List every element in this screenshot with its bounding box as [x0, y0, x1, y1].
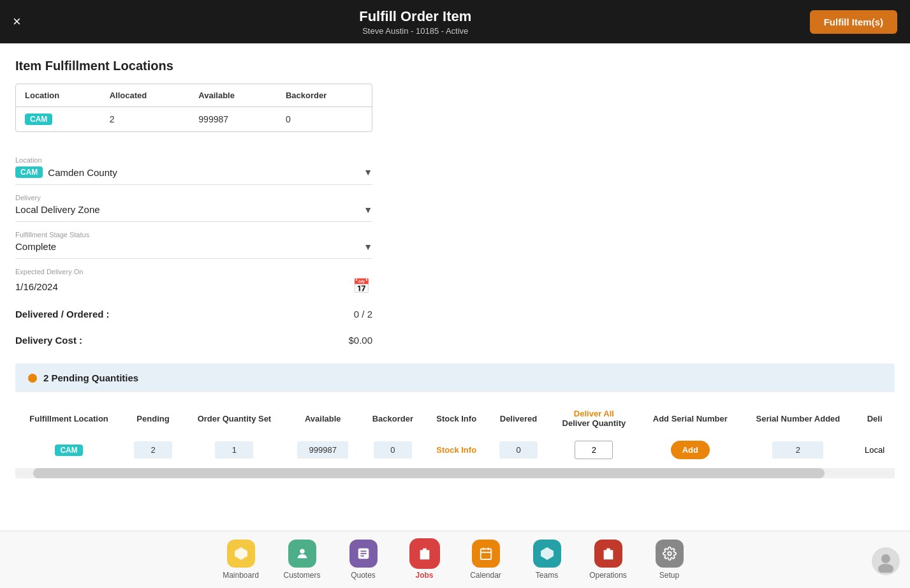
th-serial-added: Serial Number Added — [742, 402, 855, 434]
row-delivered-input[interactable] — [499, 441, 538, 459]
col-available: Available — [189, 84, 277, 107]
quotes-icon — [349, 540, 378, 568]
location-value: CAM Camden County — [15, 166, 117, 178]
nav-label-calendar: Calendar — [470, 571, 501, 580]
table-row: CAM 2 999987 0 — [16, 107, 372, 132]
nav-label-mainboard: Mainboard — [223, 571, 259, 580]
th-available: Available — [285, 402, 361, 434]
svg-point-12 — [881, 554, 890, 563]
nav-item-jobs[interactable]: Jobs — [406, 540, 444, 580]
pending-quantities-banner: 2 Pending Quantities — [15, 364, 895, 392]
fulfill-items-button[interactable]: Fulfill Item(s) — [810, 10, 897, 34]
table-row: CAM Stock Info — [15, 434, 895, 466]
nav-label-setup: Setup — [659, 571, 679, 580]
row-order-qty-set — [184, 434, 285, 466]
location-text: Camden County — [48, 167, 117, 178]
delivery-chevron-icon: ▼ — [363, 205, 372, 215]
table-cell-allocated: 2 — [101, 107, 190, 132]
location-chevron-icon: ▼ — [363, 167, 372, 177]
main-content: Item Fulfillment Locations Location Allo… — [0, 43, 910, 531]
delivered-ordered-row: Delivered / Ordered : 0 / 2 — [15, 301, 372, 327]
row-deliver-qty[interactable] — [549, 434, 639, 466]
fulfillment-stage-label: Fulfillment Stage Status — [15, 231, 372, 239]
calendar-nav-icon — [472, 540, 500, 568]
row-available — [285, 434, 361, 466]
th-deli: Deli — [855, 402, 895, 434]
row-serial-added — [742, 434, 855, 466]
fulfillment-stage-value: Complete — [15, 241, 56, 252]
expected-delivery-value: 1/16/2024 — [15, 281, 58, 292]
calendar-icon[interactable]: 📅 — [353, 278, 370, 295]
nav-label-operations: Operations — [589, 571, 627, 580]
location-badge: CAM — [25, 114, 52, 125]
location-field[interactable]: Location CAM Camden County ▼ — [15, 147, 372, 185]
row-serial-added-input[interactable] — [772, 441, 823, 459]
operations-icon — [594, 540, 622, 568]
pending-dot-icon — [28, 374, 37, 383]
expected-delivery-label: Expected Delivery On — [15, 268, 372, 276]
delivery-cost-row: Delivery Cost : $0.00 — [15, 327, 372, 353]
delivery-label: Delivery — [15, 194, 372, 202]
nav-item-operations[interactable]: Operations — [589, 540, 627, 580]
expected-delivery-field[interactable]: Expected Delivery On 1/16/2024 📅 — [15, 259, 372, 301]
delivery-field[interactable]: Delivery Local Delivery Zone ▼ — [15, 185, 372, 222]
bottom-nav: Mainboard Customers Quotes Jobs Calendar… — [0, 531, 910, 588]
row-backorder — [361, 434, 425, 466]
stock-info-link[interactable]: Stock Info — [436, 445, 476, 455]
horizontal-scrollbar-thumb[interactable] — [33, 468, 825, 478]
mainboard-icon — [227, 540, 255, 568]
delivery-cost-label: Delivery Cost : — [15, 335, 82, 346]
row-deliver-qty-input[interactable] — [575, 441, 613, 459]
nav-item-quotes[interactable]: Quotes — [344, 540, 383, 580]
table-cell-available: 999987 — [189, 107, 277, 132]
th-deliver-qty-label: Deliver Quantity — [557, 418, 631, 428]
th-order-qty-set: Order Quantity Set — [184, 402, 285, 434]
customers-icon — [288, 540, 316, 568]
col-location: Location — [16, 84, 101, 107]
svg-point-13 — [878, 564, 893, 573]
row-backorder-input[interactable] — [374, 441, 412, 459]
row-add-serial[interactable]: Add — [639, 434, 742, 466]
page-title: Fulfill Order Item — [21, 8, 810, 25]
row-location: CAM — [15, 434, 122, 466]
page-subtitle: Steve Austin - 10185 - Active — [21, 26, 810, 36]
pending-quantities-table: Fulfillment Location Pending Order Quant… — [15, 402, 895, 466]
add-serial-button[interactable]: Add — [671, 441, 710, 459]
th-pending: Pending — [122, 402, 184, 434]
svg-rect-6 — [480, 549, 491, 560]
svg-marker-10 — [541, 547, 554, 560]
location-field-badge: CAM — [15, 166, 43, 178]
close-button[interactable]: × — [13, 13, 21, 30]
row-available-input[interactable] — [297, 441, 348, 459]
th-backorder: Backorder — [361, 402, 425, 434]
row-stock-info[interactable]: Stock Info — [425, 434, 488, 466]
header-title: Fulfill Order Item Steve Austin - 10185 … — [21, 8, 810, 36]
delivered-ordered-value: 0 / 2 — [354, 309, 372, 320]
fulfillment-stage-field[interactable]: Fulfillment Stage Status Complete ▼ — [15, 222, 372, 259]
svg-point-1 — [300, 549, 304, 554]
svg-marker-0 — [235, 547, 247, 560]
nav-item-setup[interactable]: Setup — [650, 540, 689, 580]
delivery-cost-value: $0.00 — [348, 335, 372, 346]
nav-item-teams[interactable]: Teams — [528, 540, 566, 580]
col-allocated: Allocated — [101, 84, 190, 107]
row-pending — [122, 434, 184, 466]
th-stock-info: Stock Info — [425, 402, 488, 434]
fulfillment-locations-table: Location Allocated Available Backorder C… — [15, 84, 372, 132]
nav-item-calendar[interactable]: Calendar — [467, 540, 505, 580]
nav-item-mainboard[interactable]: Mainboard — [222, 540, 260, 580]
nav-item-customers[interactable]: Customers — [283, 540, 321, 580]
row-deli: Local — [855, 434, 895, 466]
table-cell-backorder: 0 — [277, 107, 372, 132]
th-deliver-all: Deliver All Deliver Quantity — [549, 402, 639, 434]
delivery-value: Local Delivery Zone — [15, 204, 100, 215]
row-order-qty-input[interactable] — [215, 441, 253, 459]
th-deliver-all-label: Deliver All — [574, 409, 614, 418]
teams-icon — [533, 540, 561, 568]
avatar[interactable] — [872, 547, 900, 575]
horizontal-scrollbar[interactable] — [15, 468, 895, 478]
nav-label-teams: Teams — [536, 571, 558, 580]
setup-icon — [656, 540, 684, 568]
row-delivered — [488, 434, 549, 466]
row-pending-input[interactable] — [134, 441, 172, 459]
